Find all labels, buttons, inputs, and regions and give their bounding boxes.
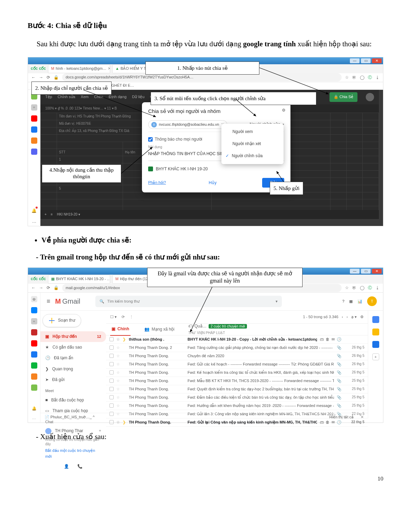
gear-icon[interactable]: ⚙ xyxy=(360,314,364,320)
apps-icon[interactable]: ▦ xyxy=(349,298,353,305)
next-page-icon[interactable]: › xyxy=(346,314,348,320)
mail-row[interactable]: ☆TH Phong Thanh Dong.Chuyên đề năm 2020📎… xyxy=(106,352,368,360)
dock-icon[interactable] xyxy=(31,149,37,155)
maximize-button[interactable]: ▭ xyxy=(361,269,371,274)
dock-icon[interactable] xyxy=(31,137,37,144)
star-icon[interactable]: ☆ xyxy=(116,386,120,392)
browser-tab[interactable]: Mhình - ketoanc1ptdong@gm…✕ xyxy=(48,64,110,73)
notify-checkbox-input[interactable] xyxy=(148,137,153,142)
star-icon[interactable]: ☆ xyxy=(116,395,120,401)
more-icon[interactable]: ⋯ xyxy=(32,416,36,422)
close-tab-icon[interactable]: ✕ xyxy=(108,66,110,72)
compose-button[interactable]: Soạn thư xyxy=(42,314,81,327)
star-icon[interactable]: ☆ xyxy=(116,361,120,368)
star-icon[interactable]: ☆ xyxy=(116,336,120,343)
row-checkbox[interactable] xyxy=(109,387,114,391)
close-download-bar-icon[interactable]: ✕ xyxy=(361,414,364,420)
menu-icon[interactable]: ≡ xyxy=(47,296,50,306)
forward-icon[interactable]: → xyxy=(39,74,43,81)
select-all-checkbox[interactable]: ☐ ▾ xyxy=(110,314,117,320)
dock-icon[interactable] xyxy=(31,115,37,122)
show-all-downloads[interactable]: Hiển thị tất cả xyxy=(329,414,354,420)
calendar-icon[interactable] xyxy=(372,316,379,323)
dock-icon[interactable] xyxy=(31,126,37,133)
reload-icon[interactable]: ⟳ xyxy=(47,285,50,291)
cancel-button[interactable]: Hủy xyxy=(209,180,217,185)
minimize-button[interactable]: — xyxy=(350,269,360,274)
tab-primary[interactable]: ▣Chính xyxy=(110,323,131,336)
snooze-icon[interactable]: 🕒 xyxy=(337,336,342,343)
row-checkbox[interactable] xyxy=(109,403,114,408)
row-checkbox[interactable] xyxy=(109,395,114,399)
star-icon[interactable]: ☆ xyxy=(116,370,120,376)
dock-icon[interactable] xyxy=(31,362,37,369)
mail-row[interactable]: ☆❯thithua son (thông .BHYT KHÁC HK I-NH … xyxy=(106,335,368,344)
archive-icon[interactable]: 🗃 xyxy=(320,336,324,343)
dock-icon[interactable]: ⊖ xyxy=(31,296,37,302)
sheet-tab[interactable]: HKI NH19-20 ▾ xyxy=(57,212,80,217)
account-avatar[interactable]: T xyxy=(367,296,377,306)
dock-add-icon[interactable]: + xyxy=(31,104,37,111)
bell-icon[interactable]: 🔔 xyxy=(32,406,37,412)
account-avatar[interactable] xyxy=(366,93,374,101)
mail-row[interactable]: ☆TH Phong Thanh Dong.Fwd: Kế hoạch kiểm … xyxy=(106,369,368,377)
mail-row[interactable]: ☆TH Phong Thanh Dong.Fwd: Quyết định kiể… xyxy=(106,385,368,393)
recipient-chip[interactable]: n nvcuoc.thptdong@sobaclieu.edu.vn ✕ xyxy=(148,120,227,129)
mark-read-icon[interactable]: ✉ xyxy=(332,336,335,343)
close-button[interactable]: ✕ xyxy=(372,269,382,274)
importance-icon[interactable]: ❯ xyxy=(123,336,126,343)
dock-icon[interactable] xyxy=(31,384,37,391)
phone-icon[interactable]: 📞 xyxy=(77,463,83,470)
tab-promotions[interactable]: 🏷Quả… 2 cuộc trò chuyện mới THƯ VIỆN PHÁ… xyxy=(188,324,247,334)
coccoc-ext-icon[interactable]: Ⓒ xyxy=(368,285,372,291)
coccoc-ext-icon[interactable]: Ⓒ xyxy=(368,74,372,81)
star-icon[interactable]: ☆ xyxy=(116,403,120,409)
shield-icon[interactable]: ⛨ xyxy=(352,74,356,81)
download-icon[interactable]: ⭳ xyxy=(375,285,380,291)
row-checkbox[interactable] xyxy=(109,370,114,374)
browser-tab[interactable]: ▦BHYT KHÁC HK I-NH 19-20 - …✕ xyxy=(48,275,110,284)
chevron-down-icon[interactable]: ▾ xyxy=(276,298,278,305)
back-icon[interactable]: ← xyxy=(31,74,36,81)
keep-icon[interactable] xyxy=(372,329,379,335)
mail-row[interactable]: ☆TH Phong Thanh Dong.Fwd: Hướng dẫn xét … xyxy=(106,402,368,410)
role-option-commenter[interactable]: Người nhận xét xyxy=(221,138,284,150)
forward-icon[interactable]: → xyxy=(39,285,43,291)
help-icon[interactable]: ? xyxy=(342,298,344,305)
add-sheet-icon[interactable]: + xyxy=(45,212,47,217)
dock-icon[interactable] xyxy=(31,340,37,346)
prev-page-icon[interactable]: ‹ xyxy=(342,314,343,320)
nav-important[interactable]: ❯Quan trọng xyxy=(40,364,106,374)
menu-item[interactable]: Chèn xyxy=(94,94,103,100)
nav-snoozed[interactable]: 🕒Đã tạm ẩn xyxy=(40,353,106,363)
row-checkbox[interactable] xyxy=(109,354,114,358)
maximize-button[interactable]: ▭ xyxy=(361,58,371,63)
role-option-viewer[interactable]: Người xem xyxy=(221,126,284,138)
minimize-button[interactable]: — xyxy=(350,58,360,63)
back-icon[interactable]: ← xyxy=(31,285,36,291)
star-icon[interactable]: ☆ xyxy=(116,353,120,359)
download-icon[interactable]: ⭳ xyxy=(375,74,380,81)
download-item[interactable]: 📄 Phuluc_BC_HS_truờ…_ ^ xyxy=(45,414,95,420)
url-field[interactable]: docs.google.com/spreadsheets/d/1hWRY6YTW… xyxy=(62,73,342,82)
circle-icon[interactable]: ◯ xyxy=(360,285,364,291)
shield-icon[interactable]: ⛨ xyxy=(352,285,356,291)
more-icon[interactable]: ⋯ xyxy=(32,219,36,226)
refresh-icon[interactable]: ⟳ xyxy=(122,314,125,320)
close-button[interactable]: ✕ xyxy=(372,58,382,63)
gear-icon[interactable]: ⚙ xyxy=(282,107,286,114)
dock-icon[interactable] xyxy=(31,329,37,335)
add-icon[interactable]: + xyxy=(372,353,379,360)
nav-starred[interactable]: ★Có gắn dấu sao xyxy=(40,342,106,353)
row-checkbox[interactable] xyxy=(109,337,114,341)
dock-icon[interactable] xyxy=(31,373,37,380)
menu-item[interactable]: Định dạng xyxy=(109,94,127,100)
row-checkbox[interactable] xyxy=(109,379,114,383)
dock-icon[interactable] xyxy=(31,351,37,358)
tasks-icon[interactable] xyxy=(372,341,379,348)
all-sheets-icon[interactable]: ≡ xyxy=(51,212,53,217)
delete-icon[interactable]: 🗑 xyxy=(326,336,329,343)
menu-item[interactable]: Xem xyxy=(81,94,89,100)
mail-row[interactable]: ☆TH Phong Thanh Dong.Fwd: Đảm bảo các đi… xyxy=(106,393,368,402)
start-chat-link[interactable]: Bắt đầu một cuộc trò chuyện mới xyxy=(40,447,106,460)
